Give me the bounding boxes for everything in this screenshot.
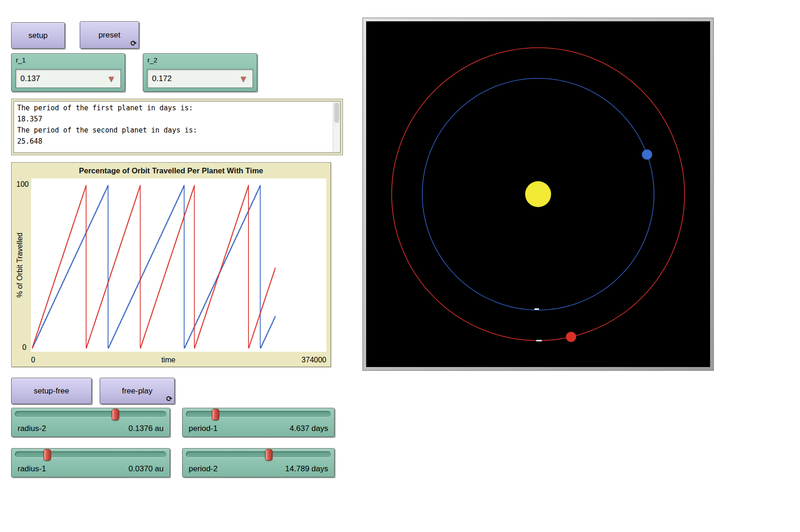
slider-radius-1-value: 0.0370 au [128,464,164,474]
preset-button[interactable]: preset ⟳ [80,21,139,49]
output-line: The period of the second planet in days … [17,125,331,136]
x-tick-max: 374000 [302,356,326,364]
dropdown-icon[interactable]: ▼ [239,74,248,83]
free-play-button-label: free-play [122,386,152,396]
netlogo-interface: setup preset ⟳ r_1 0.137 ▼ r_2 0.172 ▼ T… [0,0,800,532]
orbit-percentage-plot: Percentage of Orbit Travelled Per Planet… [11,162,331,367]
slider-period-2: period-2 14.789 days [182,448,335,477]
x-axis-label: time [161,356,175,364]
slider-period-1-label: period-1 [189,424,217,433]
plot-title: Percentage of Orbit Travelled Per Planet… [12,166,330,175]
slider-period-1-track[interactable] [186,411,331,417]
y-tick-min: 0 [22,343,26,352]
output-line: 18.357 [17,114,331,125]
x-tick-min: 0 [31,356,35,364]
world-view [366,21,710,367]
slider-period-1-value: 4.637 days [290,424,328,433]
slider-radius-2: radius-2 0.1376 au [11,408,170,437]
slider-radius-1-track[interactable] [15,451,166,457]
chooser-r-1: r_1 0.137 ▼ [11,53,125,92]
plot-y-axis: 100 % of Orbit Travelled 0 [12,178,31,352]
forever-icon: ⟳ [166,394,172,403]
y-axis-label: % of Orbit Travelled [16,233,24,298]
preset-button-label: preset [98,31,120,40]
setup-button[interactable]: setup [11,22,65,49]
slider-radius-1-handle[interactable] [44,449,51,461]
slider-radius-2-handle[interactable] [112,409,119,420]
setup-button-label: setup [28,31,48,40]
forever-icon: ⟳ [131,39,137,48]
dropdown-icon[interactable]: ▼ [107,74,116,83]
chooser-r-1-field[interactable]: 0.137 ▼ [15,69,121,88]
output-scrollbar[interactable] [333,101,340,152]
y-tick-max: 100 [16,180,29,189]
slider-period-2-handle[interactable] [265,449,273,461]
plot-x-axis: 0 time 374000 [31,356,326,364]
world-view-frame [362,18,714,371]
slider-period-1-handle[interactable] [212,409,219,420]
plot-canvas [31,178,326,352]
slider-radius-2-track[interactable] [15,411,166,417]
free-play-button[interactable]: free-play ⟳ [100,378,175,404]
setup-free-button[interactable]: setup-free [11,378,92,404]
output-line: The period of the first planet in days i… [17,102,331,114]
chooser-r-2-label: r_2 [147,56,158,64]
chooser-r-2: r_2 0.172 ▼ [143,53,257,92]
chooser-r-1-label: r_1 [16,56,26,64]
output-scrollbar-thumb[interactable] [334,102,339,123]
chooser-r-2-value: 0.172 [152,74,172,83]
chooser-r-1-value: 0.137 [20,74,40,83]
chooser-r-2-field[interactable]: 0.172 ▼ [147,69,253,88]
slider-radius-2-label: radius-2 [18,424,46,433]
output-line: 25.648 [17,136,331,147]
slider-period-2-label: period-2 [189,464,217,474]
slider-radius-1-label: radius-1 [18,464,46,474]
output-area: The period of the first planet in days i… [13,101,341,153]
slider-period-1: period-1 4.637 days [182,408,335,437]
slider-period-2-track[interactable] [186,451,331,457]
slider-radius-2-value: 0.1376 au [128,424,164,433]
slider-radius-1: radius-1 0.0370 au [11,448,170,477]
slider-period-2-value: 14.789 days [285,464,328,474]
setup-free-button-label: setup-free [34,386,70,396]
